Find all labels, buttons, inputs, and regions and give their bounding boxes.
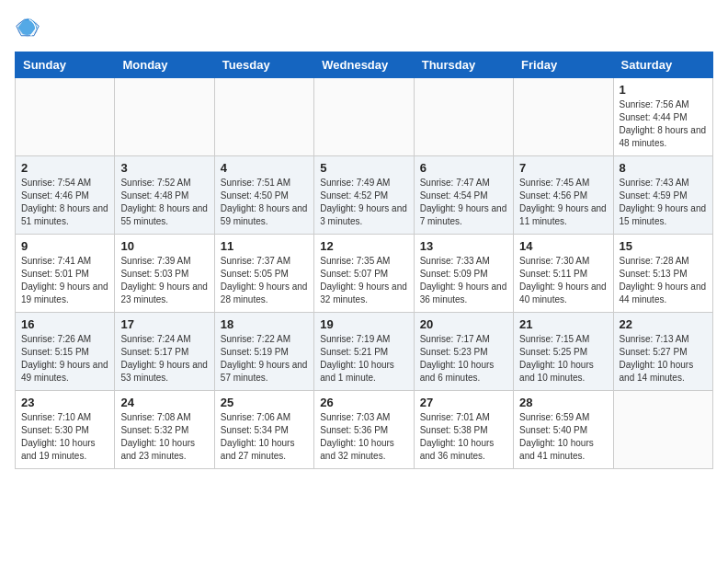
day-info: Sunrise: 7:22 AM Sunset: 5:19 PM Dayligh… <box>221 333 308 385</box>
day-info: Sunrise: 7:17 AM Sunset: 5:23 PM Dayligh… <box>420 333 507 385</box>
calendar-cell: 21Sunrise: 7:15 AM Sunset: 5:25 PM Dayli… <box>514 313 613 391</box>
calendar: SundayMondayTuesdayWednesdayThursdayFrid… <box>15 52 713 469</box>
header-saturday: Saturday <box>613 52 712 78</box>
day-number: 25 <box>221 396 308 409</box>
calendar-cell <box>16 78 115 156</box>
day-info: Sunrise: 7:03 AM Sunset: 5:36 PM Dayligh… <box>320 411 407 463</box>
day-number: 21 <box>519 317 607 331</box>
day-number: 26 <box>320 396 407 409</box>
day-info: Sunrise: 7:51 AM Sunset: 4:50 PM Dayligh… <box>221 177 308 228</box>
calendar-cell: 24Sunrise: 7:08 AM Sunset: 5:32 PM Dayli… <box>115 391 214 469</box>
day-info: Sunrise: 7:28 AM Sunset: 5:13 PM Dayligh… <box>620 255 707 306</box>
day-number: 23 <box>21 396 108 409</box>
calendar-cell: 8Sunrise: 7:43 AM Sunset: 4:59 PM Daylig… <box>613 156 712 235</box>
day-info: Sunrise: 7:35 AM Sunset: 5:07 PM Dayligh… <box>320 255 407 306</box>
header-sunday: Sunday <box>16 52 115 78</box>
calendar-cell: 11Sunrise: 7:37 AM Sunset: 5:05 PM Dayli… <box>214 235 313 313</box>
calendar-cell: 4Sunrise: 7:51 AM Sunset: 4:50 PM Daylig… <box>214 156 313 235</box>
calendar-cell: 13Sunrise: 7:33 AM Sunset: 5:09 PM Dayli… <box>414 235 513 313</box>
calendar-cell <box>514 78 613 156</box>
day-number: 7 <box>519 161 607 175</box>
calendar-cell <box>414 78 513 156</box>
calendar-cell <box>613 391 712 469</box>
day-info: Sunrise: 7:30 AM Sunset: 5:11 PM Dayligh… <box>519 255 607 306</box>
day-number: 8 <box>620 161 707 175</box>
week-row-5: 23Sunrise: 7:10 AM Sunset: 5:30 PM Dayli… <box>16 391 713 469</box>
calendar-cell: 16Sunrise: 7:26 AM Sunset: 5:15 PM Dayli… <box>16 313 115 391</box>
calendar-cell: 26Sunrise: 7:03 AM Sunset: 5:36 PM Dayli… <box>314 391 414 469</box>
day-number: 10 <box>120 239 208 253</box>
header-monday: Monday <box>115 52 214 78</box>
calendar-cell: 15Sunrise: 7:28 AM Sunset: 5:13 PM Dayli… <box>613 235 712 313</box>
day-number: 12 <box>320 239 407 253</box>
calendar-cell: 20Sunrise: 7:17 AM Sunset: 5:23 PM Dayli… <box>414 313 513 391</box>
day-number: 19 <box>320 317 407 331</box>
week-row-1: 1Sunrise: 7:56 AM Sunset: 4:44 PM Daylig… <box>16 78 713 156</box>
day-info: Sunrise: 7:26 AM Sunset: 5:15 PM Dayligh… <box>21 333 108 385</box>
week-row-2: 2Sunrise: 7:54 AM Sunset: 4:46 PM Daylig… <box>16 156 713 235</box>
day-info: Sunrise: 7:56 AM Sunset: 4:44 PM Dayligh… <box>620 98 707 150</box>
day-info: Sunrise: 7:39 AM Sunset: 5:03 PM Dayligh… <box>120 255 208 306</box>
day-number: 15 <box>620 239 707 253</box>
day-info: Sunrise: 7:49 AM Sunset: 4:52 PM Dayligh… <box>320 177 407 228</box>
day-number: 1 <box>620 83 707 97</box>
calendar-header-row: SundayMondayTuesdayWednesdayThursdayFrid… <box>16 52 713 78</box>
day-number: 24 <box>120 396 208 409</box>
calendar-cell: 28Sunrise: 6:59 AM Sunset: 5:40 PM Dayli… <box>514 391 613 469</box>
week-row-4: 16Sunrise: 7:26 AM Sunset: 5:15 PM Dayli… <box>16 313 713 391</box>
day-number: 13 <box>420 239 507 253</box>
day-number: 16 <box>21 317 108 331</box>
day-number: 6 <box>420 161 507 175</box>
day-number: 17 <box>120 317 208 331</box>
day-info: Sunrise: 7:13 AM Sunset: 5:27 PM Dayligh… <box>620 333 707 385</box>
calendar-cell: 19Sunrise: 7:19 AM Sunset: 5:21 PM Dayli… <box>314 313 414 391</box>
calendar-cell: 10Sunrise: 7:39 AM Sunset: 5:03 PM Dayli… <box>115 235 214 313</box>
day-number: 3 <box>120 161 208 175</box>
calendar-cell: 5Sunrise: 7:49 AM Sunset: 4:52 PM Daylig… <box>314 156 414 235</box>
day-number: 20 <box>420 317 507 331</box>
calendar-cell <box>115 78 214 156</box>
calendar-cell <box>214 78 313 156</box>
day-info: Sunrise: 7:41 AM Sunset: 5:01 PM Dayligh… <box>21 255 108 306</box>
day-number: 28 <box>519 396 607 409</box>
day-info: Sunrise: 7:33 AM Sunset: 5:09 PM Dayligh… <box>420 255 507 306</box>
day-number: 4 <box>221 161 308 175</box>
day-info: Sunrise: 7:54 AM Sunset: 4:46 PM Dayligh… <box>21 177 108 228</box>
calendar-cell: 3Sunrise: 7:52 AM Sunset: 4:48 PM Daylig… <box>115 156 214 235</box>
header-friday: Friday <box>514 52 613 78</box>
day-number: 27 <box>420 396 507 409</box>
day-info: Sunrise: 7:43 AM Sunset: 4:59 PM Dayligh… <box>620 177 707 228</box>
day-info: Sunrise: 7:08 AM Sunset: 5:32 PM Dayligh… <box>120 411 208 463</box>
day-info: Sunrise: 7:10 AM Sunset: 5:30 PM Dayligh… <box>21 411 108 463</box>
day-info: Sunrise: 7:15 AM Sunset: 5:25 PM Dayligh… <box>519 333 607 385</box>
calendar-cell: 6Sunrise: 7:47 AM Sunset: 4:54 PM Daylig… <box>414 156 513 235</box>
day-number: 9 <box>21 239 108 253</box>
calendar-cell: 27Sunrise: 7:01 AM Sunset: 5:38 PM Dayli… <box>414 391 513 469</box>
logo-icon <box>15 15 40 40</box>
calendar-cell: 14Sunrise: 7:30 AM Sunset: 5:11 PM Dayli… <box>514 235 613 313</box>
day-number: 11 <box>221 239 308 253</box>
calendar-cell: 17Sunrise: 7:24 AM Sunset: 5:17 PM Dayli… <box>115 313 214 391</box>
day-number: 2 <box>21 161 108 175</box>
page-header <box>15 15 713 40</box>
day-number: 22 <box>620 317 707 331</box>
day-number: 5 <box>320 161 407 175</box>
calendar-cell: 7Sunrise: 7:45 AM Sunset: 4:56 PM Daylig… <box>514 156 613 235</box>
day-info: Sunrise: 7:47 AM Sunset: 4:54 PM Dayligh… <box>420 177 507 228</box>
calendar-cell: 9Sunrise: 7:41 AM Sunset: 5:01 PM Daylig… <box>16 235 115 313</box>
day-number: 18 <box>221 317 308 331</box>
logo <box>15 15 44 40</box>
day-info: Sunrise: 7:01 AM Sunset: 5:38 PM Dayligh… <box>420 411 507 463</box>
day-info: Sunrise: 7:19 AM Sunset: 5:21 PM Dayligh… <box>320 333 407 385</box>
day-info: Sunrise: 7:37 AM Sunset: 5:05 PM Dayligh… <box>221 255 308 306</box>
calendar-cell: 23Sunrise: 7:10 AM Sunset: 5:30 PM Dayli… <box>16 391 115 469</box>
header-thursday: Thursday <box>414 52 513 78</box>
day-info: Sunrise: 7:45 AM Sunset: 4:56 PM Dayligh… <box>519 177 607 228</box>
calendar-cell: 1Sunrise: 7:56 AM Sunset: 4:44 PM Daylig… <box>613 78 712 156</box>
week-row-3: 9Sunrise: 7:41 AM Sunset: 5:01 PM Daylig… <box>16 235 713 313</box>
calendar-cell: 18Sunrise: 7:22 AM Sunset: 5:19 PM Dayli… <box>214 313 313 391</box>
calendar-cell: 25Sunrise: 7:06 AM Sunset: 5:34 PM Dayli… <box>214 391 313 469</box>
calendar-cell: 22Sunrise: 7:13 AM Sunset: 5:27 PM Dayli… <box>613 313 712 391</box>
day-info: Sunrise: 7:24 AM Sunset: 5:17 PM Dayligh… <box>120 333 208 385</box>
header-tuesday: Tuesday <box>214 52 313 78</box>
